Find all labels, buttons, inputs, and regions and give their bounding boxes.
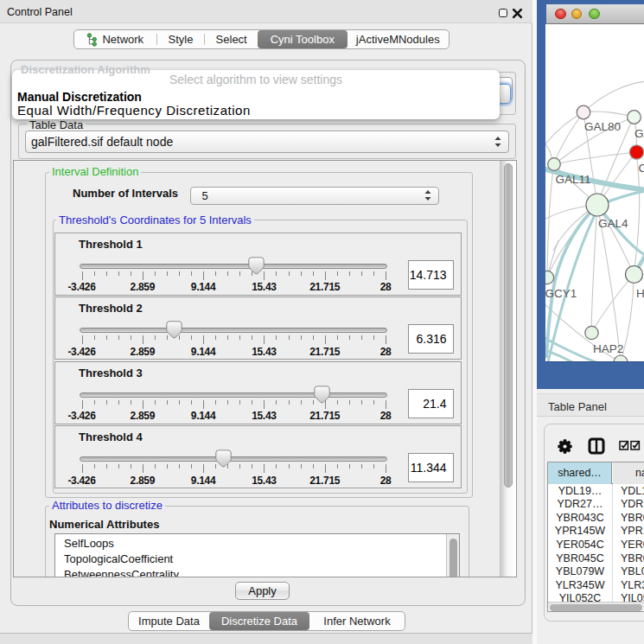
checkbox-icon[interactable]	[619, 440, 629, 450]
numerical-attributes-list[interactable]: SelfLoopsTopologicalCoefficientBetweenne…	[54, 533, 460, 577]
network-edge[interactable]	[583, 112, 634, 117]
tab-select[interactable]: Select	[205, 30, 258, 48]
slider-track[interactable]	[80, 392, 387, 398]
minor-tick	[337, 271, 338, 276]
number-of-intervals-combobox[interactable]: 5	[190, 187, 439, 205]
node-gal11[interactable]	[548, 158, 561, 171]
minor-tick	[289, 335, 290, 340]
gear-icon[interactable]	[558, 439, 572, 454]
table-header-shared-name[interactable]: shared…	[548, 462, 612, 484]
tab-style[interactable]: Style	[157, 30, 205, 48]
attribute-item[interactable]: SelfLoops	[64, 537, 114, 550]
popup-item[interactable]: Manual Discretization	[17, 90, 142, 104]
apply-button[interactable]: Apply	[235, 582, 290, 600]
table-grid-line	[612, 484, 613, 603]
slider-thumb[interactable]	[314, 386, 330, 404]
tick-label: 2.859	[131, 410, 156, 422]
table-cell-shared-name: YER054C	[548, 539, 612, 552]
close-traffic-light-icon[interactable]	[555, 9, 566, 20]
slider-thumb[interactable]	[215, 450, 232, 468]
control-panel-title: Control Panel	[7, 6, 73, 18]
settings-scrollbar-track[interactable]	[500, 161, 516, 577]
node-gcy1[interactable]	[545, 271, 554, 284]
network-edge[interactable]	[554, 152, 636, 164]
major-tick	[82, 335, 83, 344]
table-row[interactable]: YBL079WYBL07	[548, 565, 644, 579]
minor-tick	[289, 271, 290, 276]
table-data-combobox[interactable]: galFiltered.sif default node	[25, 131, 509, 153]
tab-jactivemnodules[interactable]: jActiveMNodules	[348, 30, 449, 48]
node-label: GAL80	[584, 120, 621, 133]
checkbox-icon[interactable]	[630, 440, 641, 450]
slider-track[interactable]	[80, 328, 387, 333]
attribute-item[interactable]: BetweennessCentrality	[64, 568, 179, 577]
threshold-value-field[interactable]: 14.713	[408, 260, 454, 290]
minor-tick	[276, 271, 277, 276]
table-row[interactable]: YER054CYER05	[548, 539, 644, 552]
table-row[interactable]: YDL19…YDL19	[548, 485, 644, 499]
minor-tick	[155, 271, 156, 276]
network-canvas[interactable]: GAL80GACGAL11GAL4GCY1HHAP2	[545, 24, 644, 362]
settings-scrollbar-thumb[interactable]	[504, 163, 513, 488]
popup-item[interactable]: Equal Width/Frequency Discretization	[17, 103, 251, 118]
close-icon[interactable]	[512, 8, 523, 19]
table-hscrollbar-thumb[interactable]	[550, 604, 642, 611]
slider-track[interactable]	[80, 264, 387, 269]
tab-impute-data[interactable]: Impute Data	[129, 612, 209, 630]
table-header-name[interactable]: na	[613, 462, 644, 484]
network-edge[interactable]	[591, 205, 597, 333]
table-row[interactable]: YLR345WYLR34	[548, 579, 644, 593]
minor-tick	[167, 400, 168, 405]
threshold-value-field[interactable]: 6.316	[408, 324, 454, 354]
table-row[interactable]: YPR145WYPR14	[548, 525, 644, 539]
table-row[interactable]: YDR27…YDR27	[548, 498, 644, 512]
tab-cyni-toolbox[interactable]: Cyni Toolbox	[258, 30, 348, 48]
node-hap2[interactable]	[585, 326, 598, 339]
split-columns-icon[interactable]	[588, 437, 605, 455]
tick-label: -3.426	[67, 346, 95, 358]
zoom-traffic-light-icon[interactable]	[589, 9, 600, 20]
tab-discretize-data[interactable]: Discretize Data	[209, 612, 309, 630]
minor-tick	[106, 335, 107, 340]
minor-tick	[94, 335, 95, 340]
major-tick	[203, 464, 204, 473]
node-h[interactable]	[626, 266, 643, 284]
node-gal4[interactable]	[586, 194, 609, 216]
threshold-value-field[interactable]: 11.344	[408, 453, 454, 482]
tick-label: 2.859	[131, 475, 156, 487]
minimize-traffic-light-icon[interactable]	[571, 9, 583, 20]
major-tick	[264, 335, 265, 344]
attributes-scrollbar-track[interactable]	[446, 534, 459, 577]
minor-tick	[337, 400, 338, 405]
node-pink[interactable]	[577, 105, 590, 119]
major-tick	[203, 400, 204, 409]
minor-tick	[94, 271, 95, 276]
network-edge[interactable]	[547, 205, 597, 277]
slider-track[interactable]	[80, 456, 387, 462]
table-row[interactable]: YBR043CYBR04	[548, 512, 644, 526]
threshold-value-field[interactable]: 21.4	[408, 389, 454, 418]
node-top[interactable]	[628, 111, 641, 124]
float-window-icon[interactable]	[499, 9, 507, 17]
table-hscrollbar-track[interactable]	[548, 602, 644, 613]
slider-thumb[interactable]	[166, 321, 182, 339]
attributes-scrollbar-thumb[interactable]	[450, 539, 457, 577]
network-edge[interactable]	[547, 164, 554, 277]
network-edge[interactable]	[591, 275, 634, 333]
minor-tick	[349, 464, 350, 469]
slider-thumb[interactable]	[248, 257, 265, 275]
network-edge[interactable]	[554, 112, 583, 164]
minor-tick	[301, 400, 302, 405]
table-row[interactable]: YBR045CYBR04	[548, 552, 644, 566]
minor-tick	[131, 464, 131, 469]
tick-label: 2.859	[131, 346, 156, 358]
settings-viewport: Interval Definition Number of Intervals …	[14, 161, 501, 577]
minor-tick	[106, 271, 107, 276]
node-red[interactable]	[629, 145, 643, 159]
network-edge[interactable]	[583, 81, 644, 112]
attribute-item[interactable]: TopologicalCoefficient	[64, 552, 173, 565]
node-bottom[interactable]	[614, 355, 628, 362]
table-cell-name: YPR14	[621, 525, 644, 539]
tab-infer-network[interactable]: Infer Network	[309, 612, 405, 630]
tab-network[interactable]: Network	[74, 30, 156, 48]
